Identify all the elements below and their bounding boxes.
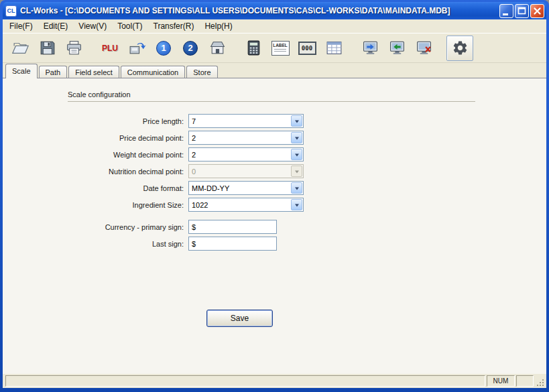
toolbar-group-file: [7, 36, 87, 61]
toolbar: PLU 1 2: [3, 34, 546, 63]
price-length-label: Price length:: [3, 117, 188, 125]
app-icon: CL: [5, 5, 17, 17]
nutrition-decimal-select: 0: [188, 164, 304, 178]
toolbar-group-data: PLU 1 2: [97, 36, 231, 61]
store-icon: [208, 39, 227, 57]
minimize-icon: [500, 5, 513, 17]
title-bar[interactable]: CL CL-Works - [C:\DOCUMENTS AND SETTINGS…: [3, 2, 546, 19]
export-data-icon: [128, 39, 146, 57]
speed-key-1-icon: 1: [156, 41, 171, 56]
calculator-icon: [245, 39, 263, 57]
weight-decimal-label: Weight decimal point:: [3, 151, 188, 159]
close-button[interactable]: [530, 4, 544, 18]
num-lock-label: NUM: [493, 377, 509, 385]
maximize-button[interactable]: [515, 4, 529, 18]
minimize-button[interactable]: [499, 4, 513, 18]
menu-help[interactable]: Help(H): [199, 19, 237, 33]
save-button[interactable]: Save: [206, 310, 273, 327]
menu-transfer[interactable]: Transfer(R): [148, 19, 200, 33]
price-decimal-select[interactable]: 2: [188, 131, 304, 145]
toolbar-button-speed-key-1[interactable]: 1: [150, 36, 177, 61]
toolbar-button-speed-key-2[interactable]: 2: [177, 36, 204, 61]
price-decimal-label: Price decimal point:: [3, 134, 188, 142]
weight-decimal-value: 2: [189, 151, 290, 159]
last-sign-input[interactable]: [188, 237, 277, 251]
toolbar-button-label[interactable]: LABEL: [267, 36, 294, 61]
date-format-value: MM-DD-YY: [189, 184, 290, 192]
num-lock-indicator: NUM: [487, 375, 515, 387]
tab-scale[interactable]: Scale: [5, 64, 38, 78]
tab-path[interactable]: Path: [39, 66, 68, 78]
toolbar-button-export[interactable]: [123, 36, 150, 61]
chevron-down-icon: [291, 149, 302, 160]
date-format-select[interactable]: MM-DD-YY: [188, 181, 304, 195]
menu-tool[interactable]: Tool(T): [112, 19, 147, 33]
currency-primary-input[interactable]: [188, 220, 277, 234]
ingredient-size-select[interactable]: 1022: [188, 198, 304, 212]
price-length-select[interactable]: 7: [188, 114, 304, 128]
menu-bar: File(F) Edit(E) View(V) Tool(T) Transfer…: [3, 19, 546, 34]
scale-tab-page: Scale configuration Price length: 7 Pric…: [3, 78, 546, 374]
window-body: File(F) Edit(E) View(V) Tool(T) Transfer…: [3, 19, 546, 388]
tab-communication[interactable]: Communication: [121, 66, 185, 78]
label-icon: LABEL: [271, 41, 290, 56]
weight-decimal-select[interactable]: 2: [188, 147, 304, 161]
toolbar-button-open[interactable]: [7, 36, 34, 61]
chevron-down-icon: [291, 132, 302, 143]
nutrition-decimal-label: Nutrition decimal point:: [3, 168, 188, 176]
nutrition-decimal-value: 0: [189, 168, 290, 176]
ingredient-size-label: Ingredient Size:: [3, 201, 188, 209]
maximize-icon: [515, 5, 528, 17]
settings-gear-icon: [452, 40, 469, 56]
status-blank-panel: [516, 375, 534, 387]
counter-icon: 000: [298, 42, 316, 55]
toolbar-group-transfer: [357, 36, 437, 61]
resize-grip[interactable]: [535, 375, 544, 387]
chevron-down-icon: [291, 115, 302, 127]
price-decimal-value: 2: [189, 134, 290, 142]
chevron-down-icon: [291, 182, 302, 194]
menu-file[interactable]: File(F): [4, 19, 38, 33]
chevron-down-icon: [291, 199, 302, 210]
toolbar-button-settings[interactable]: [446, 36, 473, 61]
toolbar-button-print[interactable]: [60, 36, 87, 61]
toolbar-button-delete-from-scale[interactable]: [410, 36, 437, 61]
price-decimal-row: Price decimal point: 2: [3, 131, 546, 145]
price-length-value: 7: [189, 117, 290, 125]
toolbar-button-grid[interactable]: [320, 36, 347, 61]
ingredient-size-value: 1022: [189, 201, 290, 209]
toolbar-button-store[interactable]: [204, 36, 231, 61]
speed-key-2-icon: 2: [183, 41, 198, 56]
receive-from-scale-icon: [388, 39, 406, 57]
toolbar-button-receive-from-scale[interactable]: [383, 36, 410, 61]
send-to-scale-icon: [361, 39, 379, 57]
chevron-down-icon: [291, 166, 302, 177]
toolbar-button-calculator[interactable]: [240, 36, 267, 61]
toolbar-button-save[interactable]: [34, 36, 60, 61]
save-icon: [38, 39, 56, 57]
nutrition-decimal-row: Nutrition decimal point: 0: [3, 164, 546, 178]
toolbar-button-counter[interactable]: 000: [294, 36, 320, 61]
app-window: CL CL-Works - [C:\DOCUMENTS AND SETTINGS…: [0, 0, 549, 392]
resize-grip-icon: [536, 379, 544, 387]
ingredient-size-row: Ingredient Size: 1022: [3, 198, 546, 212]
section-header: Scale configuration: [68, 90, 475, 102]
delete-from-scale-icon: [415, 39, 433, 57]
close-icon: [531, 5, 544, 17]
tab-store[interactable]: Store: [186, 66, 217, 78]
plu-icon: PLU: [102, 44, 118, 53]
window-title: CL-Works - [C:\DOCUMENTS AND SETTINGS\AL…: [20, 6, 498, 15]
status-message-panel: [5, 375, 485, 387]
tab-field-select[interactable]: Field select: [68, 66, 119, 78]
menu-view[interactable]: View(V): [73, 19, 112, 33]
date-format-label: Date format:: [3, 184, 188, 192]
price-length-row: Price length: 7: [3, 114, 546, 128]
label-icon-text: LABEL: [273, 43, 288, 48]
toolbar-button-send-to-scale[interactable]: [357, 36, 383, 61]
last-sign-label: Last sign:: [3, 240, 188, 248]
section-title: Scale configuration: [68, 90, 131, 99]
toolbar-button-plu[interactable]: PLU: [97, 36, 123, 61]
toolbar-group-settings: [446, 36, 473, 61]
scale-config-form: Price length: 7 Price decimal point: 2 W…: [3, 114, 546, 251]
menu-edit[interactable]: Edit(E): [38, 19, 74, 33]
